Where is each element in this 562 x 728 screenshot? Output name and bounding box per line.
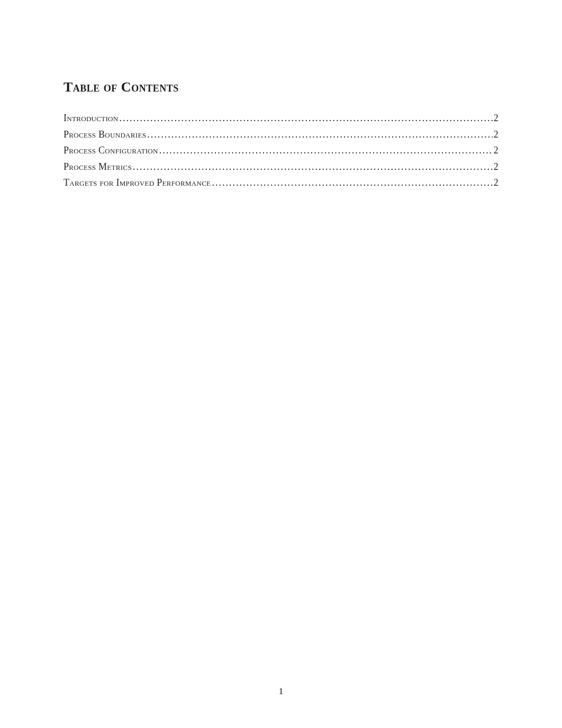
toc-entry-label: Process Boundaries: [64, 126, 146, 143]
document-page: Table of Contents Introduction 2 Process…: [0, 0, 562, 728]
toc-entry-label: Targets for Improved Performance: [64, 175, 211, 191]
toc-leader-dots: [132, 159, 493, 175]
toc-leader-dots: [158, 142, 493, 159]
toc-entry-label: Introduction: [64, 110, 118, 126]
toc-leader-dots: [211, 175, 492, 191]
toc-entry-label: Process Metrics: [64, 159, 132, 175]
toc-entry-page: 2: [493, 175, 498, 191]
page-number: 1: [0, 687, 562, 696]
table-of-contents: Introduction 2 Process Boundaries 2 Proc…: [64, 110, 498, 191]
toc-leader-dots: [146, 126, 493, 143]
toc-entry-page: 2: [493, 159, 498, 175]
toc-entry-page: 2: [493, 126, 498, 143]
toc-entry: Introduction 2: [64, 110, 498, 126]
page-title: Table of Contents: [64, 79, 498, 95]
toc-entry-label: Process Configuration: [64, 142, 158, 159]
toc-entry: Process Configuration 2: [64, 142, 498, 159]
toc-entry: Process Boundaries 2: [64, 126, 498, 143]
toc-leader-dots: [118, 110, 492, 126]
toc-entry: Process Metrics 2: [64, 159, 498, 175]
toc-entry-page: 2: [493, 142, 498, 159]
toc-entry-page: 2: [493, 110, 498, 126]
toc-entry: Targets for Improved Performance 2: [64, 175, 498, 191]
